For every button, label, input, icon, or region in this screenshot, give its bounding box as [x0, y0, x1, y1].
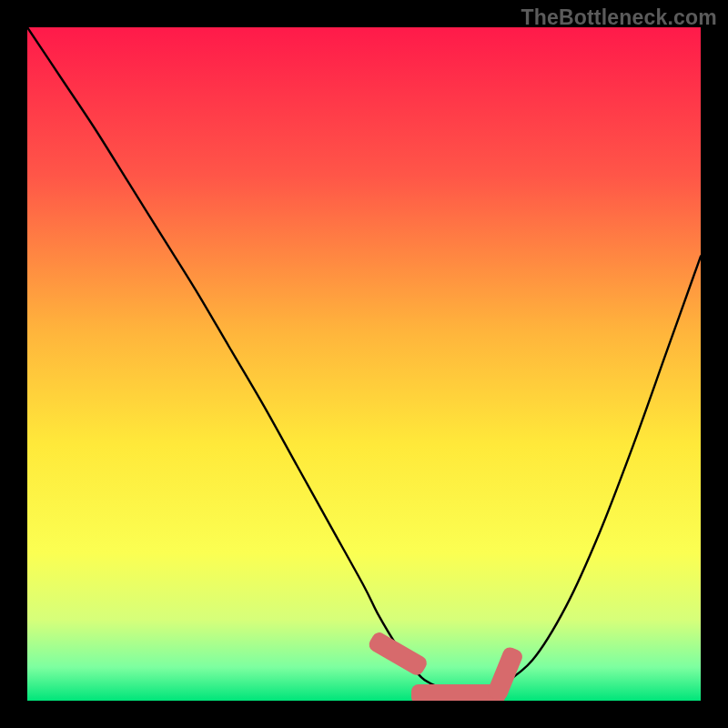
watermark-text: TheBottleneck.com: [521, 5, 717, 30]
chart-frame: TheBottleneck.com: [0, 0, 728, 728]
plot-area: [27, 27, 701, 701]
bottleneck-curve: [27, 27, 701, 694]
curve-layer: [27, 27, 701, 701]
